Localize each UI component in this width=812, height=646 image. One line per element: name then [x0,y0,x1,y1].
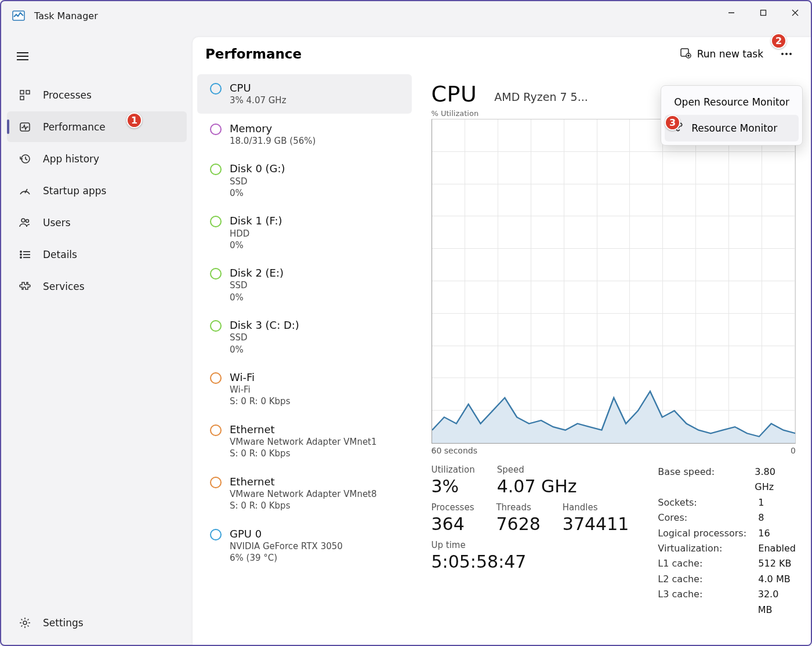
heartbeat-icon [19,121,31,133]
resource-item[interactable]: Ethernet VMware Network Adapter VMnet8 S… [197,468,412,519]
svg-rect-9 [26,90,30,94]
history-icon [19,153,31,165]
info-key: Virtualization: [658,541,748,556]
resource-item[interactable]: Memory 18.0/31.9 GB (56%) [197,115,412,154]
page-title: Performance [205,46,674,61]
cpu-info-table: Base speed:3.80 GHzSockets:1Cores:8Logic… [658,464,796,618]
svg-point-20 [20,257,21,258]
stat-label: Threads [496,502,540,513]
resource-ring-icon [210,124,222,135]
run-new-task-button[interactable]: Run new task [674,43,769,64]
resource-sub: 0% [230,239,282,251]
svg-rect-8 [20,90,24,94]
stat-label: Handles [563,502,629,513]
window-title: Task Manager [34,10,98,21]
resource-name: Disk 2 (E:) [230,266,284,280]
resource-name: GPU 0 [230,527,343,540]
nav-label: Settings [43,617,84,629]
resource-item[interactable]: CPU 3% 4.07 GHz [197,74,412,114]
menu-item-label: Resource Monitor [691,122,777,134]
annotation-badge-2: 2 [771,33,786,49]
handles-value: 374411 [563,514,629,534]
close-button[interactable] [779,1,811,24]
nav-label: Processes [43,89,92,101]
info-key: Cores: [658,510,748,525]
info-key: Base speed: [658,464,744,495]
nav-processes[interactable]: Processes [7,79,187,110]
annotation-badge-1: 1 [126,112,142,128]
svg-point-16 [20,251,21,252]
resource-item[interactable]: Disk 1 (F:) HDD 0% [197,207,412,258]
more-options-menu: Open Resource Monitor Resource Monitor [661,85,803,146]
list-icon [19,248,31,261]
annotation-badge-3: 3 [665,115,680,130]
stat-label: Utilization [432,464,475,475]
svg-rect-2 [760,10,766,16]
resource-item[interactable]: Disk 0 (G:) SSD 0% [197,155,412,206]
maximize-button[interactable] [747,1,779,24]
nav-app-history[interactable]: App history [7,143,187,174]
resource-sub: VMware Network Adapter VMnet1 [230,436,377,448]
cpu-utilization-chart[interactable] [432,119,796,444]
resource-ring-icon [210,164,222,175]
resource-list: CPU 3% 4.07 GHz Memory 18.0/31.9 GB (56%… [193,71,416,645]
stat-label: Up time [432,540,629,550]
svg-point-15 [26,219,29,222]
resource-name: Ethernet [230,475,377,488]
svg-point-22 [23,621,27,625]
resource-ring-icon [210,320,222,332]
resource-item[interactable]: GPU 0 NVIDIA GeForce RTX 3050 6% (39 °C) [197,520,412,571]
resource-name: Disk 0 (G:) [230,162,285,175]
resource-item[interactable]: Disk 2 (E:) SSD 0% [197,259,412,310]
info-key: Sockets: [658,495,748,510]
info-key: L3 cache: [658,587,747,618]
nav-startup-apps[interactable]: Startup apps [7,175,187,206]
nav-label: Details [43,249,77,260]
resource-sub: 0% [230,344,299,355]
resource-sub: Wi-Fi [230,384,290,395]
menu-resource-monitor[interactable]: Resource Monitor [665,115,799,141]
nav-label: Users [43,217,71,228]
nav-label: Performance [43,121,106,133]
svg-point-27 [781,53,784,55]
gauge-icon [19,184,31,197]
resource-item[interactable]: Wi-Fi Wi-Fi S: 0 R: 0 Kbps [197,364,412,415]
resource-ring-icon [210,216,222,227]
info-value: 1 [758,495,764,510]
menu-open-resource-monitor[interactable]: Open Resource Monitor [665,89,799,115]
menu-item-label: Open Resource Monitor [674,96,789,108]
nav-settings[interactable]: Settings [7,607,187,638]
info-value: 4.0 MB [758,572,790,587]
nav-details[interactable]: Details [7,239,187,270]
resource-name: CPU [230,81,287,95]
nav-services[interactable]: Services [7,271,187,302]
threads-value: 7628 [496,514,540,534]
nav-users[interactable]: Users [7,207,187,238]
resource-sub: S: 0 R: 0 Kbps [230,395,290,407]
resource-item[interactable]: Disk 3 (C: D:) SSD 0% [197,311,412,362]
hamburger-button[interactable] [8,45,37,68]
info-key: L2 cache: [658,572,748,587]
gear-icon [19,616,31,629]
nav-performance[interactable]: Performance [7,111,187,142]
resource-ring-icon [210,83,222,95]
resource-sub: SSD [230,176,285,187]
info-value: 16 [758,526,770,541]
nav-label: Services [43,281,85,292]
cpu-model: AMD Ryzen 7 5... [494,90,588,103]
info-key: Logical processors: [658,526,748,541]
svg-rect-10 [20,96,24,100]
resource-ring-icon [210,477,222,488]
resource-sub: SSD [230,332,299,343]
resource-ring-icon [210,372,222,384]
resource-sub: SSD [230,280,284,291]
task-manager-icon [12,9,26,23]
stat-label: Speed [497,464,577,475]
uptime-value: 5:05:58:47 [432,551,629,572]
stat-label: Processes [432,502,474,513]
minimize-button[interactable] [715,1,747,24]
info-value: 3.80 GHz [755,464,796,495]
resource-item[interactable]: Ethernet VMware Network Adapter VMnet1 S… [197,416,412,467]
svg-point-29 [789,53,792,55]
info-value: 32.0 MB [758,587,796,618]
